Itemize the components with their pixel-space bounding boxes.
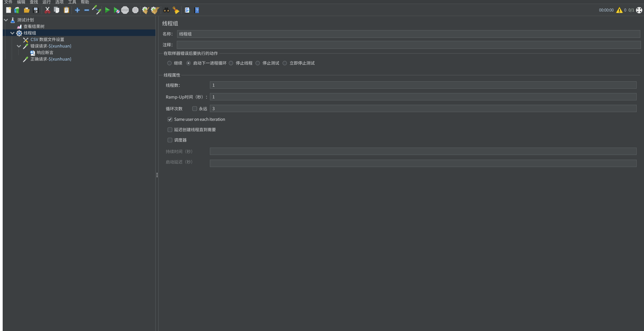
svg-text:STOP: STOP bbox=[122, 9, 128, 11]
svg-text:?: ? bbox=[196, 8, 198, 13]
